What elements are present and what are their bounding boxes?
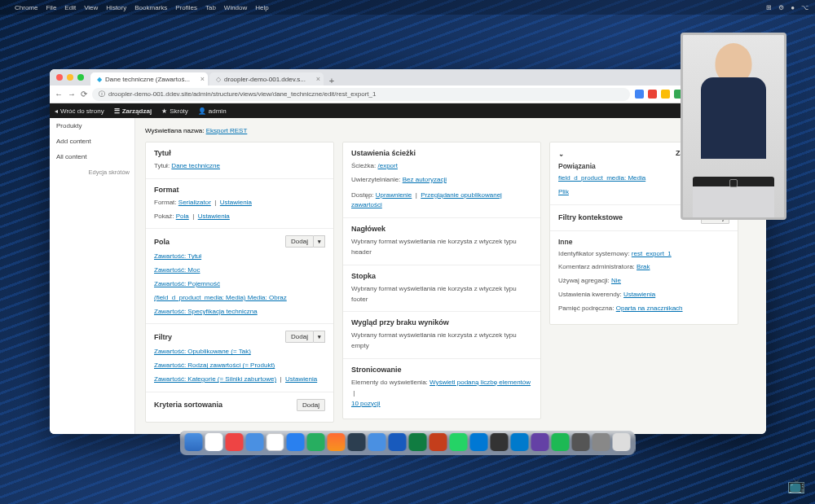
display-name-label: Wyświetlana nazwa: xyxy=(145,127,204,134)
app-icon[interactable] xyxy=(307,433,325,451)
menu-view[interactable]: View xyxy=(84,4,98,11)
display-name-link[interactable]: Eksport REST xyxy=(206,127,248,134)
filter-link[interactable]: Zawartość: Opublikowane (= Tak) xyxy=(154,348,251,355)
new-tab-button[interactable]: + xyxy=(325,76,338,85)
menu-profiles[interactable]: Profiles xyxy=(175,4,197,11)
field-link[interactable]: Zawartość: Pojemność xyxy=(154,280,220,287)
title-link[interactable]: Dane techniczne xyxy=(171,162,220,169)
back-to-site[interactable]: ◂ Wróć do strony xyxy=(55,107,104,115)
menu-history[interactable]: History xyxy=(106,4,126,11)
section-header: Nagłówek xyxy=(351,225,532,233)
add-sort-button[interactable]: Dodaj xyxy=(297,399,325,411)
pager-link[interactable]: Wyświetl podaną liczbę elementów xyxy=(430,379,531,386)
access-view-link[interactable]: Przeglądanie opublikowanej zawartości xyxy=(351,191,502,209)
settings-icon[interactable] xyxy=(593,433,610,451)
url-text: droopler-demo-001.ddev.site/admin/struct… xyxy=(108,90,376,98)
back-icon[interactable]: ← xyxy=(55,90,63,99)
show-settings-link[interactable]: Ustawienia xyxy=(198,213,230,220)
close-icon[interactable]: × xyxy=(316,75,320,83)
sidebar-item-all-content[interactable]: All content xyxy=(50,149,134,164)
spotify-icon[interactable] xyxy=(552,433,570,451)
machine-name-link[interactable]: rest_export_1 xyxy=(632,250,672,257)
app-icon[interactable] xyxy=(205,433,223,451)
menu-edit[interactable]: Edit xyxy=(64,4,76,11)
mac-menu-bar: Chrome File Edit View History Bookmarks … xyxy=(0,0,815,15)
menu-chrome[interactable]: Chrome xyxy=(15,4,37,11)
close-icon[interactable]: × xyxy=(200,75,205,83)
app-icon[interactable] xyxy=(246,433,264,451)
window-controls[interactable] xyxy=(56,74,84,81)
field-link[interactable]: Zawartość: Moc xyxy=(154,266,200,274)
path-link[interactable]: /export xyxy=(377,162,397,169)
query-settings-link[interactable]: Ustawienia xyxy=(623,291,655,298)
app-icon[interactable] xyxy=(531,433,549,451)
browser-tab-active[interactable]: ◆ Dane techniczne (Zawartoś... × xyxy=(90,72,208,85)
webcam-overlay xyxy=(681,33,786,220)
header-text: Wybrany format wyświetlania nie korzysta… xyxy=(351,237,532,258)
section-format: Format xyxy=(154,186,325,194)
relationship-link[interactable]: Plik xyxy=(558,188,569,195)
show-link[interactable]: Pola xyxy=(176,213,189,220)
user-menu[interactable]: 👤 admin xyxy=(198,107,227,115)
manage-menu[interactable]: ☰ Zarządzaj xyxy=(114,107,152,115)
format-settings-link[interactable]: Ustawienia xyxy=(220,199,252,206)
field-link[interactable]: (field_d_product_media: Media) Media: Ob… xyxy=(154,294,287,301)
format-link[interactable]: Serializator xyxy=(178,199,211,206)
dropdown-caret[interactable]: ▾ xyxy=(314,235,325,248)
browser-tab-inactive[interactable]: ◇ droopler-demo-001.ddev.s... × xyxy=(209,72,324,85)
app-icon[interactable] xyxy=(287,433,305,451)
vscode-icon[interactable] xyxy=(511,433,529,451)
dropdown-caret[interactable]: ▾ xyxy=(314,331,325,343)
menu-help[interactable]: Help xyxy=(255,4,268,11)
auth-link[interactable]: Bez autoryzacji xyxy=(403,176,447,183)
app-icon[interactable] xyxy=(491,433,509,451)
sidebar-item-products[interactable]: Produkty xyxy=(50,118,134,134)
mac-dock[interactable] xyxy=(180,431,636,455)
section-contextual: Filtry kontekstowe xyxy=(558,213,623,221)
app-icon[interactable] xyxy=(470,433,488,451)
cache-link[interactable]: Oparta na znacznikach xyxy=(616,305,683,312)
sidebar-item-add-content[interactable]: Add content xyxy=(50,134,134,149)
powerpoint-icon[interactable] xyxy=(430,433,447,451)
app-icon[interactable] xyxy=(368,433,386,451)
filter-link[interactable]: Zawartość: Kategorie (= Silniki zaburtow… xyxy=(154,375,276,383)
filter-settings-link[interactable]: Ustawienia xyxy=(285,375,317,383)
site-info-icon[interactable]: ⓘ xyxy=(99,90,105,99)
menu-bookmarks[interactable]: Bookmarks xyxy=(134,4,167,11)
shortcuts-sidebar: Produkty Add content All content Edycja … xyxy=(50,118,135,434)
menu-window[interactable]: Window xyxy=(224,4,247,11)
browser-tab-strip: ◆ Dane techniczne (Zawartoś... × ◇ droop… xyxy=(50,69,766,85)
forward-icon[interactable]: → xyxy=(68,90,76,99)
reload-icon[interactable]: ⟳ xyxy=(81,90,87,99)
tab-title: Dane techniczne (Zawartoś... xyxy=(105,76,190,83)
field-link[interactable]: Zawartość: Tytuł xyxy=(154,252,201,260)
trash-icon[interactable] xyxy=(613,433,631,451)
firefox-icon[interactable] xyxy=(328,433,346,451)
laptop-icon xyxy=(693,177,773,217)
word-icon[interactable] xyxy=(389,433,407,451)
pager-count-link[interactable]: 10 pozycji xyxy=(351,400,381,407)
add-filter-button[interactable]: Dodaj xyxy=(285,331,314,343)
url-input[interactable]: ⓘ droopler-demo-001.ddev.site/admin/stru… xyxy=(92,88,630,101)
filter-link[interactable]: Zawartość: Rodzaj zawartości (= Produkt) xyxy=(154,362,275,369)
add-field-button[interactable]: Dodaj xyxy=(285,235,314,248)
excel-icon[interactable] xyxy=(409,433,427,451)
menu-file[interactable]: File xyxy=(46,4,56,11)
shortcuts-menu[interactable]: ★ Skróty xyxy=(161,107,188,115)
edit-shortcuts-link[interactable]: Edycja skrótów xyxy=(50,164,134,180)
app-icon[interactable] xyxy=(348,433,366,451)
finder-icon[interactable] xyxy=(185,433,203,451)
aggregation-link[interactable]: Nie xyxy=(611,277,621,284)
app-icon[interactable] xyxy=(572,433,590,451)
whatsapp-icon[interactable] xyxy=(450,433,468,451)
tab-favicon-icon: ◇ xyxy=(216,76,221,83)
relationship-link[interactable]: field_d_product_media: Media xyxy=(558,174,645,182)
app-icon[interactable] xyxy=(226,433,244,451)
access-perm-link[interactable]: Uprawnienie xyxy=(376,191,412,199)
section-fields: Pola xyxy=(154,238,170,246)
admin-comment-link[interactable]: Brak xyxy=(637,263,650,270)
menu-tab[interactable]: Tab xyxy=(205,4,216,11)
calendar-icon[interactable] xyxy=(267,433,284,451)
field-link[interactable]: Zawartość: Specyfikacja techniczna xyxy=(154,308,258,315)
tab-title: droopler-demo-001.ddev.s... xyxy=(224,76,306,83)
